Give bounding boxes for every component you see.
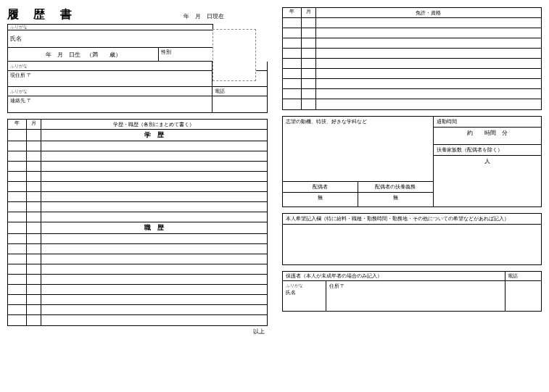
history-row	[41, 295, 267, 304]
ijou-label: 以上	[7, 328, 268, 335]
history-row	[41, 234, 267, 243]
address-field: 現住所 〒	[8, 71, 212, 86]
history-row	[41, 182, 267, 191]
history-row	[41, 305, 267, 314]
contact-furigana: ふりがな	[8, 87, 212, 96]
wish-header: 本人希望記入欄（特に給料・職種・勤務時間・勤務地・その他についての希望などがあれ…	[283, 214, 542, 225]
spouse-support-header: 配偶者の扶養義務	[358, 182, 433, 192]
license-row	[316, 69, 542, 78]
other-info-block: 志望の動機、特技、好きな学科など 配偶者 配偶者の扶養義務 無 無 通勤時間 約…	[282, 116, 542, 207]
address-furigana: ふりがな	[8, 62, 212, 70]
guardian-block: 保護者（本人が未成年者の場合のみ記入） 電話 ふりがな 氏名 住所 〒	[282, 271, 542, 312]
history-row	[41, 285, 267, 294]
license-row	[316, 18, 542, 28]
tel2-label: 電話	[212, 87, 267, 96]
history-row	[41, 244, 267, 254]
license-row	[316, 49, 542, 58]
spouse-header: 配偶者	[283, 182, 358, 192]
birthdate-field: 年 月 日生 （満 歳）	[8, 48, 159, 61]
history-header: 学歴・職歴（各別にまとめて書く）	[41, 120, 267, 129]
commute-header: 通勤時間	[434, 117, 541, 128]
history-row	[41, 212, 267, 222]
photo-placeholder	[212, 29, 256, 81]
license-row	[316, 59, 542, 68]
contact-field: 連絡先 〒	[8, 96, 212, 112]
dependents-value: 人	[434, 156, 541, 207]
license-row	[316, 79, 542, 88]
history-row	[41, 275, 267, 284]
education-section: 学 歴	[41, 130, 267, 141]
as-of-date: 年 月 日現在	[183, 12, 224, 20]
guardian-address: 住所 〒	[326, 281, 505, 311]
furigana-label: ふりがな	[8, 25, 212, 30]
spouse-value: 無	[283, 193, 358, 207]
lic-year-header: 年	[283, 8, 302, 17]
history-row	[41, 141, 267, 151]
licenses-table: 年 月 免許・資格	[282, 7, 542, 110]
gender-field: 性別	[159, 48, 212, 61]
history-row	[41, 192, 267, 201]
lic-header: 免許・資格	[316, 8, 542, 17]
history-row	[41, 202, 267, 212]
month-header: 月	[27, 120, 41, 129]
history-table: 年 月 学歴・職歴（各別にまとめて書く） 学 歴 職 歴	[7, 119, 268, 326]
year-header: 年	[8, 120, 27, 129]
history-row	[41, 151, 267, 161]
history-row	[41, 162, 267, 171]
guardian-tel-value	[505, 281, 541, 311]
license-row	[316, 89, 542, 99]
commute-value: 約 時間 分	[434, 128, 541, 145]
history-row	[41, 315, 267, 325]
guardian-header: 保護者（本人が未成年者の場合のみ記入）	[283, 272, 505, 280]
wish-block: 本人希望記入欄（特に給料・職種・勤務時間・勤務地・その他についての希望などがあれ…	[282, 213, 542, 265]
motive-field: 志望の動機、特技、好きな学科など	[283, 117, 433, 182]
lic-month-header: 月	[302, 8, 316, 17]
name-field: 氏名	[8, 30, 212, 47]
history-row	[41, 264, 267, 274]
guardian-furigana: ふりがな	[286, 283, 323, 289]
history-row	[41, 254, 267, 264]
guardian-name: 氏名	[286, 289, 323, 296]
guardian-tel-label: 電話	[505, 272, 541, 280]
license-row	[316, 38, 542, 48]
document-title: 履 歴 書	[7, 7, 78, 22]
license-row	[316, 99, 542, 109]
spouse-support-value: 無	[358, 193, 433, 207]
tel2-value	[212, 96, 267, 112]
work-section: 職 歴	[41, 222, 267, 233]
license-row	[316, 28, 542, 38]
history-row	[41, 172, 267, 181]
dependents-header: 扶養家族数（配偶者を除く）	[434, 145, 541, 156]
